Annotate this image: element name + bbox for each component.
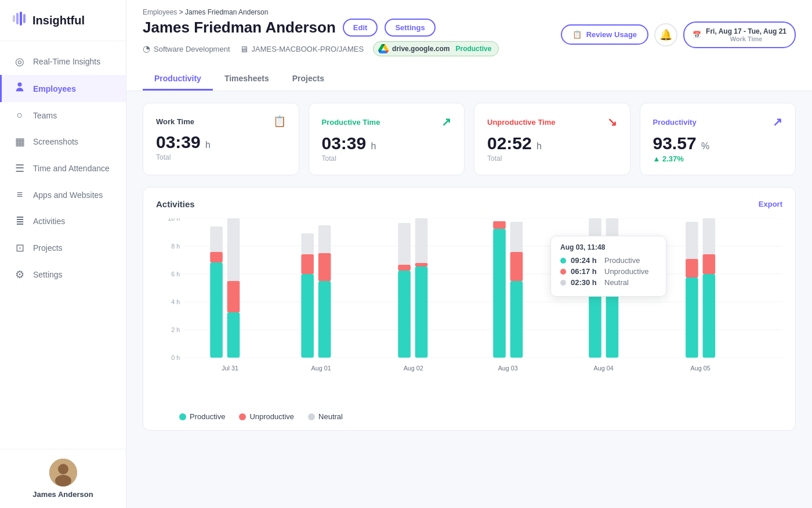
svg-rect-57: [703, 254, 716, 274]
productive-value: 03:39 h: [322, 134, 452, 153]
header-actions: 📋 Review Usage 🔔 📅 Fri, Aug 17 - Tue, Au…: [561, 21, 796, 48]
sidebar-item-employees[interactable]: Employees: [0, 75, 126, 102]
real-time-icon: ◎: [13, 55, 26, 68]
drive-status: Productive: [455, 45, 491, 53]
breadcrumb-child: James Friedman Anderson: [185, 8, 268, 16]
svg-text:8 h: 8 h: [171, 243, 180, 250]
sidebar-item-label: Teams: [33, 111, 57, 120]
svg-rect-1: [16, 13, 19, 24]
tab-projects[interactable]: Projects: [281, 68, 336, 91]
date-range-label: Fri, Aug 17 - Tue, Aug 21: [706, 27, 786, 35]
svg-rect-22: [227, 312, 240, 358]
tooltip-value-neutral: 02:30 h: [571, 278, 600, 287]
activities-icon: ≣: [13, 215, 26, 228]
dept-meta: ◔ Software Development: [143, 44, 230, 54]
bell-icon: 🔔: [659, 28, 672, 41]
sidebar-item-time-attendance[interactable]: ☰ Time and Attendance: [0, 155, 126, 182]
sidebar-item-label: Time and Attendance: [33, 164, 110, 173]
employees-icon: [13, 82, 26, 95]
stats-row: Work Time 📋 03:39 h Total Productive Tim…: [143, 103, 796, 175]
svg-text:Aug 03: Aug 03: [498, 365, 518, 372]
svg-rect-54: [686, 259, 698, 278]
tab-productivity[interactable]: Productivity: [143, 68, 213, 91]
svg-rect-42: [510, 281, 523, 358]
logo-icon: [12, 10, 28, 30]
screenshots-icon: ▦: [13, 135, 26, 148]
tooltip-value-unproductive: 06:17 h: [571, 267, 600, 276]
legend-dot-productive: [179, 413, 186, 420]
breadcrumb-parent[interactable]: Employees: [143, 8, 177, 16]
drive-badge: drive.google.com Productive: [373, 41, 499, 56]
tooltip-dot-productive: [560, 258, 566, 264]
tooltip-type-unproductive: Unproductive: [604, 267, 649, 276]
tooltip-value-productive: 09:24 h: [571, 256, 600, 265]
svg-rect-0: [13, 15, 15, 22]
sidebar-item-projects[interactable]: ⊡ Projects: [0, 235, 126, 261]
sidebar-item-label: Projects: [33, 243, 63, 253]
svg-rect-53: [686, 278, 698, 358]
sidebar-user-name: James Anderson: [32, 490, 93, 499]
dept-icon: ◔: [143, 44, 150, 54]
notification-button[interactable]: 🔔: [654, 23, 677, 46]
review-usage-button[interactable]: 📋 Review Usage: [561, 24, 648, 45]
svg-rect-33: [398, 271, 411, 358]
unproductive-value: 02:52 h: [487, 134, 617, 153]
sidebar-item-activities[interactable]: ≣ Activities: [0, 208, 126, 235]
export-button[interactable]: Export: [759, 200, 782, 208]
svg-rect-35: [398, 223, 411, 265]
legend-label-neutral: Neutral: [318, 412, 343, 421]
teams-icon: ○: [13, 109, 26, 121]
sidebar: Insightful ◎ Real-Time Insights Employee…: [0, 0, 126, 508]
legend-productive: Productive: [179, 412, 225, 421]
projects-icon: ⊡: [13, 242, 26, 254]
svg-rect-3: [23, 14, 26, 23]
tooltip-row-neutral: 02:30 h Neutral: [560, 278, 657, 287]
tooltip-type-neutral: Neutral: [604, 278, 629, 287]
productive-footer: Total: [322, 154, 452, 163]
date-range-button[interactable]: 📅 Fri, Aug 17 - Tue, Aug 21 Work Time: [683, 21, 796, 48]
tab-timesheets[interactable]: Timesheets: [213, 68, 281, 91]
edit-button[interactable]: Edit: [343, 19, 378, 37]
svg-rect-38: [415, 218, 428, 263]
productivity-label: Productivity: [653, 118, 697, 127]
svg-rect-36: [415, 266, 428, 358]
tooltip-row-productive: 09:24 h Productive: [560, 256, 657, 265]
svg-text:Aug 02: Aug 02: [404, 365, 423, 372]
sidebar-nav: ◎ Real-Time Insights Employees ○ Teams ▦…: [0, 41, 126, 449]
svg-text:Aug 04: Aug 04: [594, 365, 614, 372]
productivity-change: ▲ 2.37%: [653, 154, 783, 163]
settings-button[interactable]: Settings: [385, 19, 435, 37]
sidebar-item-label: Real-Time Insights: [33, 57, 100, 66]
sidebar-item-label: Activities: [33, 217, 65, 226]
svg-point-6: [55, 475, 71, 487]
svg-rect-44: [510, 222, 523, 252]
work-time-card: Work Time 📋 03:39 h Total: [143, 103, 299, 175]
svg-rect-2: [20, 12, 22, 26]
time-icon: ☰: [13, 162, 26, 175]
sidebar-item-settings[interactable]: ⚙ Settings: [0, 261, 126, 288]
sidebar-item-label: Settings: [33, 270, 63, 279]
svg-rect-46: [589, 288, 601, 358]
legend-label-unproductive: Unproductive: [249, 412, 294, 421]
sidebar-item-real-time[interactable]: ◎ Real-Time Insights: [0, 48, 126, 75]
chart-legend: Productive Unproductive Neutral: [156, 412, 782, 421]
svg-rect-41: [493, 221, 506, 229]
main-content: Employees > James Friedman Anderson Jame…: [126, 0, 812, 508]
chart-area: 10 h 8 h 6 h 4 h 2 h 0 h Jul 31: [156, 218, 782, 404]
work-time-footer: Total: [156, 153, 286, 161]
avatar: [49, 459, 77, 487]
sidebar-user: James Anderson: [0, 449, 126, 508]
sidebar-item-teams[interactable]: ○ Teams: [0, 102, 126, 128]
svg-rect-43: [510, 252, 523, 281]
unproductive-icon: ↘: [607, 115, 617, 129]
productivity-icon: ↗: [773, 115, 782, 129]
device-label: JAMES-MACBOOK-PRO/JAMES: [252, 45, 364, 53]
svg-text:2 h: 2 h: [171, 326, 180, 333]
legend-label-productive: Productive: [190, 412, 225, 421]
work-time-label: Work Time: [156, 117, 194, 126]
sidebar-item-label: Employees: [33, 84, 76, 93]
sidebar-item-screenshots[interactable]: ▦ Screenshots: [0, 128, 126, 155]
header-meta: ◔ Software Development 🖥 JAMES-MACBOOK-P…: [143, 41, 499, 56]
sidebar-item-apps-websites[interactable]: ≡ Apps and Websites: [0, 182, 126, 208]
chart-header: Activities Export: [156, 199, 782, 209]
